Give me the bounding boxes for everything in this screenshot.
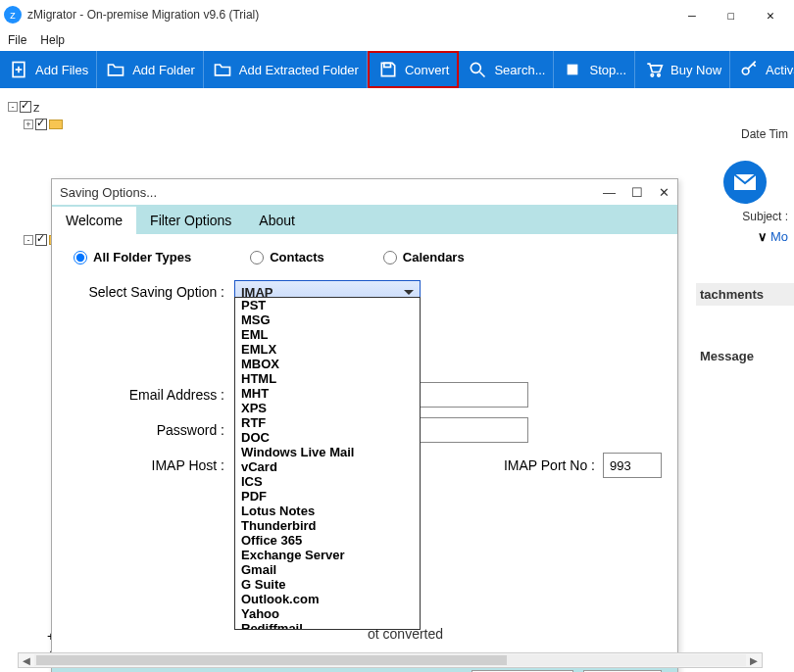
option-html[interactable]: HTML bbox=[235, 371, 420, 386]
dialog-titlebar: Saving Options... — ☐ ✕ bbox=[52, 179, 677, 205]
tab-filter-options[interactable]: Filter Options bbox=[136, 207, 245, 234]
svg-point-8 bbox=[658, 74, 661, 77]
password-label: Password : bbox=[68, 422, 234, 438]
menu-bar: File Help bbox=[0, 29, 794, 51]
option-rtf[interactable]: RTF bbox=[235, 415, 420, 430]
main-toolbar: Add Files Add Folder Add Extracted Folde… bbox=[0, 51, 794, 88]
search-button[interactable]: Search... bbox=[459, 51, 554, 88]
convert-button[interactable]: Convert bbox=[368, 51, 460, 88]
svg-line-11 bbox=[753, 64, 756, 67]
scroll-left-icon[interactable]: ◄ bbox=[19, 653, 34, 668]
option-rediffmail[interactable]: Rediffmail bbox=[235, 621, 420, 630]
app-icon: z bbox=[4, 6, 22, 24]
stop-label: Stop... bbox=[589, 63, 626, 77]
option-msg[interactable]: MSG bbox=[235, 312, 420, 327]
dialog-title: Saving Options... bbox=[60, 185, 157, 200]
window-title: zMigrator - On-premise Migration v9.6 (T… bbox=[27, 8, 259, 22]
radio-contacts[interactable]: Contacts bbox=[250, 250, 324, 264]
option-pst[interactable]: PST bbox=[235, 298, 420, 312]
option-eml[interactable]: EML bbox=[235, 327, 420, 342]
info-panel: Date Tim Subject : ∨ Mo tachments Messag… bbox=[696, 98, 794, 647]
mail-icon bbox=[723, 161, 767, 204]
dialog-tabs: Welcome Filter Options About bbox=[52, 205, 677, 234]
imap-port-label: IMAP Port No : bbox=[504, 457, 603, 473]
dialog-maximize[interactable]: ☐ bbox=[631, 185, 643, 200]
info-mo[interactable]: ∨ Mo bbox=[696, 229, 794, 244]
file-add-icon bbox=[8, 59, 29, 80]
option-ics[interactable]: ICS bbox=[235, 474, 420, 489]
dialog-close[interactable]: ✕ bbox=[659, 185, 670, 200]
option-pdf[interactable]: PDF bbox=[235, 489, 420, 504]
tree-root-z[interactable]: z bbox=[33, 100, 40, 115]
stop-button[interactable]: Stop... bbox=[554, 51, 635, 88]
dialog-body: All Folder Types Contacts Calendars Sele… bbox=[52, 234, 677, 655]
option-lotus-notes[interactable]: Lotus Notes bbox=[235, 504, 420, 518]
menu-help[interactable]: Help bbox=[40, 33, 65, 47]
option-xps[interactable]: XPS bbox=[235, 401, 420, 415]
search-icon bbox=[467, 59, 488, 80]
option-office-365[interactable]: Office 365 bbox=[235, 533, 420, 548]
option-yahoo[interactable]: Yahoo bbox=[235, 606, 420, 621]
stop-icon bbox=[562, 59, 583, 80]
radio-all-folder-types[interactable]: All Folder Types bbox=[74, 250, 191, 264]
option-windows-live-mail[interactable]: Windows Live Mail bbox=[235, 445, 420, 459]
saving-option-dropdown[interactable]: PSTMSGEMLEMLXMBOXHTMLMHTXPSRTFDOCWindows… bbox=[234, 297, 421, 630]
add-folder-label: Add Folder bbox=[132, 63, 195, 77]
workspace: -z + - +Budg +Offi Date Tim Subject : ∨ … bbox=[0, 88, 794, 672]
cart-icon bbox=[643, 59, 665, 80]
search-label: Search... bbox=[494, 63, 545, 77]
svg-point-7 bbox=[651, 74, 654, 77]
option-mht[interactable]: MHT bbox=[235, 386, 420, 401]
horizontal-scrollbar[interactable]: ◄ ► bbox=[18, 652, 763, 668]
select-saving-label: Select Saving Option : bbox=[68, 284, 234, 300]
email-label: Email Address : bbox=[68, 387, 234, 403]
saving-options-dialog: Saving Options... — ☐ ✕ Welcome Filter O… bbox=[51, 178, 678, 672]
menu-file[interactable]: File bbox=[8, 33, 26, 47]
close-button[interactable]: ✕ bbox=[751, 2, 790, 27]
folder-open-icon bbox=[212, 59, 233, 80]
svg-point-9 bbox=[742, 68, 749, 74]
dialog-minimize[interactable]: — bbox=[603, 185, 616, 200]
info-date: Date Tim bbox=[696, 127, 794, 141]
option-mbox[interactable]: MBOX bbox=[235, 357, 420, 371]
convert-label: Convert bbox=[405, 63, 450, 77]
option-outlook-com[interactable]: Outlook.com bbox=[235, 592, 420, 606]
svg-line-5 bbox=[480, 72, 485, 77]
imap-host-label: IMAP Host : bbox=[68, 457, 234, 473]
add-extracted-label: Add Extracted Folder bbox=[239, 63, 359, 77]
add-folder-button[interactable]: Add Folder bbox=[97, 51, 204, 88]
window-controls: — ☐ ✕ bbox=[672, 2, 790, 27]
activate-label: Activate bbox=[766, 63, 794, 77]
svg-rect-6 bbox=[569, 65, 577, 73]
option-thunderbird[interactable]: Thunderbird bbox=[235, 518, 420, 533]
folder-icon bbox=[105, 59, 126, 80]
option-exchange-server[interactable]: Exchange Server bbox=[235, 548, 420, 562]
svg-rect-3 bbox=[384, 63, 391, 67]
option-doc[interactable]: DOC bbox=[235, 430, 420, 445]
buy-now-button[interactable]: Buy Now bbox=[635, 51, 730, 88]
buy-label: Buy Now bbox=[670, 63, 721, 77]
folder-type-radios: All Folder Types Contacts Calendars bbox=[74, 250, 662, 264]
key-icon bbox=[738, 59, 760, 80]
add-extracted-folder-button[interactable]: Add Extracted Folder bbox=[204, 51, 368, 88]
tab-about[interactable]: About bbox=[245, 207, 309, 234]
imap-port-input[interactable] bbox=[603, 453, 662, 478]
window-titlebar: z zMigrator - On-premise Migration v9.6 … bbox=[0, 0, 794, 29]
add-files-label: Add Files bbox=[35, 63, 88, 77]
radio-calendars[interactable]: Calendars bbox=[383, 250, 465, 264]
tab-message[interactable]: Message bbox=[696, 345, 794, 367]
tab-attachments[interactable]: tachments bbox=[696, 283, 794, 306]
option-emlx[interactable]: EMLX bbox=[235, 342, 420, 357]
scroll-thumb[interactable] bbox=[36, 655, 507, 665]
activate-button[interactable]: Activate bbox=[730, 51, 794, 88]
minimize-button[interactable]: — bbox=[672, 2, 712, 27]
maximize-button[interactable]: ☐ bbox=[712, 2, 751, 27]
tab-welcome[interactable]: Welcome bbox=[52, 207, 136, 234]
add-files-button[interactable]: Add Files bbox=[0, 51, 97, 88]
option-vcard[interactable]: vCard bbox=[235, 459, 420, 474]
option-g-suite[interactable]: G Suite bbox=[235, 577, 420, 592]
scroll-right-icon[interactable]: ► bbox=[746, 653, 762, 668]
option-gmail[interactable]: Gmail bbox=[235, 562, 420, 577]
svg-point-4 bbox=[471, 63, 481, 72]
info-subject: Subject : bbox=[696, 210, 794, 223]
